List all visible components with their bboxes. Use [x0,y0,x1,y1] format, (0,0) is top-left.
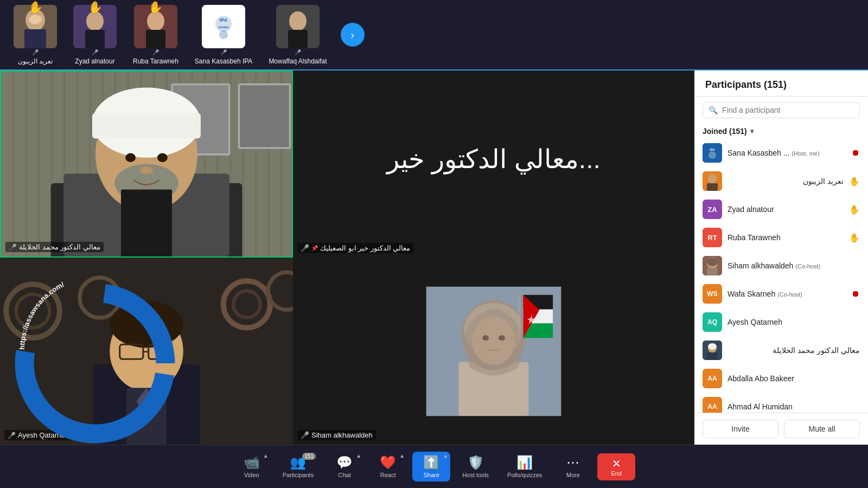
participant-name: Sana Kasasbeh ... (Host, me) [727,149,846,157]
svg-point-67 [110,301,183,348]
main-arabic-text: ...معالي الدكتور خير [387,144,601,174]
list-item[interactable]: AA Ahmad Al Humidan [694,393,868,413]
sidebar-title: Participants (151) [694,70,868,97]
polls-button[interactable]: 📊 Polls/quizzes [501,452,548,481]
participant-name: تعريد الزيبون [727,177,844,185]
invite-button[interactable]: Invite [703,420,778,438]
more-label: More [566,472,580,478]
top-right-speaker-label: 🎤 📌 معالي الدكتور خير ابو الصعيليك [297,243,413,253]
avatar [703,341,722,360]
thumb-mic-tarid: 🎤 [32,49,39,55]
participants-badge: 151 [302,453,316,460]
thumb-mowaffaq[interactable]: 🎤 Mowaffaq Alshdaifat [269,5,327,65]
share-label: Share [423,472,439,478]
video-icon: 📹 [244,455,260,470]
search-icon: 🔍 [709,106,718,114]
chevron-up-icon-2: ▲ [356,453,361,459]
shield-icon: 🛡️ [468,455,484,470]
avatar [703,256,722,275]
thumb-ruba[interactable]: ✋ 🎤 Ruba Tarawneh [133,5,178,65]
svg-rect-57 [121,190,172,256]
thumb-mic-sana: 🎤 [220,49,227,55]
video-cell-ayesh: 🎤 Ayesh Qatarneh https://assawsana.com/ [0,258,293,445]
avatar [703,171,722,191]
svg-point-101 [708,343,717,350]
participants-sidebar: Participants (151) 🔍 Joined (151) ▾ IPA … [694,70,868,445]
toolbar: 📹 Video ▲ 👥 Participants 151 💬 Chat ▲ ❤️… [0,445,868,488]
svg-rect-52 [92,113,201,138]
thumb-name-zyad: Zyad alnatour [75,57,114,65]
sidebar-footer: Invite Mute all [694,413,868,445]
svg-point-54 [125,153,136,162]
ipa-logo: IPA Jordan [202,5,245,48]
center-text-panel: ...معالي الدكتور خير 🎤 📌 معالي الدكتور خ… [293,70,694,258]
avatar: AA [703,397,722,413]
avatar: AQ [703,312,722,332]
list-item[interactable]: ZA Zyad alnatour ✋ [694,195,868,223]
ayesh-video-label: 🎤 Ayesh Qatarneh [4,430,72,440]
svg-rect-102 [707,352,718,360]
svg-rect-6 [85,30,105,48]
record-icon: ⏺ [851,289,860,299]
share-button[interactable]: ⬆️ Share ▲ [412,452,450,481]
svg-point-55 [157,153,168,162]
thumb-name-tarid: تعريد الزيبون [18,57,53,65]
svg-rect-24 [38,72,40,256]
hand-icon: ✋ [849,233,860,243]
react-label: React [380,472,396,478]
list-item[interactable]: AA Abdalla Abo Bakeer [694,364,868,393]
siham-video-label: 🎤 Siham alkhawaldeh [297,430,376,440]
participant-name: Wafa Skarneh (Co-host) [727,290,846,298]
list-item[interactable]: AQ Ayesh Qatarneh [694,308,868,336]
list-item[interactable]: WS Wafa Skarneh (Co-host) ⏺ [694,280,868,308]
mute-all-button[interactable]: Mute all [784,420,860,438]
hand-icon: ✋ [849,204,860,215]
avatar: RT [703,228,722,247]
participants-button[interactable]: 👥 Participants 151 [276,452,320,481]
thumb-sana[interactable]: IPA Jordan 🎤 Sana Kasasbeh IPA [195,5,253,65]
svg-point-16 [289,11,307,31]
chat-button[interactable]: 💬 Chat ▲ [326,452,363,481]
video-button[interactable]: 📹 Video ▲ [233,452,271,481]
react-button[interactable]: ❤️ React ▲ [369,452,407,481]
polls-icon: 📊 [516,455,533,470]
joined-header: Joined (151) ▾ [694,124,868,139]
thumb-mic-mowaffaq: 🎤 [295,49,301,55]
host-tools-button[interactable]: 🛡️ Host tools [456,452,495,481]
thumb-zyad[interactable]: ✋ 🎤 Zyad alnatour [73,5,117,65]
svg-text:Jordan: Jordan [218,25,229,29]
close-icon: ✕ [612,457,621,470]
host-tools-label: Host tools [462,472,489,478]
more-button[interactable]: ⋯ More [554,452,592,481]
svg-rect-22 [12,72,15,256]
end-label: End [611,470,622,477]
avatar: ZA [703,200,722,219]
chevron-up-icon-4: ▲ [443,453,448,459]
chat-icon: 💬 [336,455,353,470]
thumb-tarid[interactable]: ✋ 🎤 تعريد الزيبون [14,5,57,65]
thumb-name-sana: Sana Kasasbeh IPA [195,57,253,65]
list-item[interactable]: تعريد الزيبون ✋ [694,167,868,195]
svg-rect-9 [146,30,165,48]
video-cell-siham: 🎤 Siham alkhawaldeh [293,258,694,445]
list-item[interactable]: معالي الدكتور محمد الخلايلة [694,336,868,364]
list-item[interactable]: IPA Sana Kasasbeh ... (Host, me) ⏺ [694,139,868,167]
svg-rect-94 [707,183,718,191]
top-participants-bar: ✋ 🎤 تعريد الزيبون ✋ [0,0,868,70]
participant-name: Zyad alnatour [727,205,844,214]
thumb-name-ruba: Ruba Tarawneh [133,57,178,65]
svg-text:IPA: IPA [710,148,715,151]
participant-name: Siham alkhawaldeh (Co-host) [727,261,860,270]
avatar: WS [703,284,722,304]
search-input[interactable] [722,106,854,114]
thumb-mic-zyad: 🎤 [92,49,98,55]
list-item[interactable]: RT Ruba Tarawneh ✋ [694,223,868,252]
next-participants-button[interactable]: › [341,23,365,47]
end-button[interactable]: ✕ End [597,453,635,480]
participant-name: Ayesh Qatarneh [727,318,860,326]
list-item[interactable]: Siham alkhawaldeh (Co-host) [694,252,868,280]
svg-rect-47 [239,85,290,149]
participant-search-box[interactable]: 🔍 [703,102,860,118]
chevron-down-icon: ▾ [750,127,754,135]
svg-rect-23 [25,72,28,256]
